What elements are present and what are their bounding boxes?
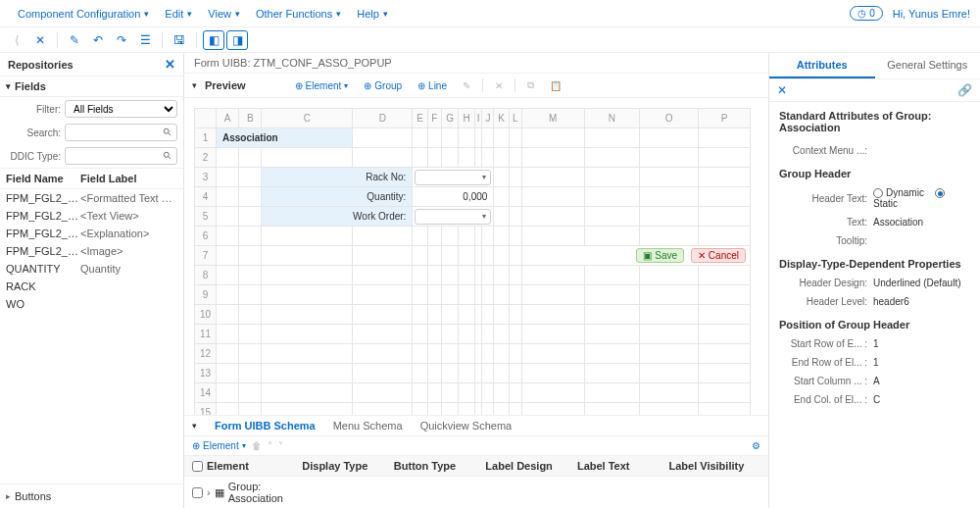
list-item[interactable]: FPM_FGL2_FOR...<Formatted Text View>: [0, 189, 183, 207]
chevron-right-icon[interactable]: ›: [207, 486, 211, 498]
gear-icon[interactable]: ⚙: [752, 440, 760, 451]
wo-label-cell[interactable]: Work Order:: [262, 207, 413, 227]
col-header[interactable]: L: [509, 109, 521, 128]
col-header[interactable]: M: [521, 109, 584, 128]
col-header[interactable]: A: [217, 109, 239, 128]
list-item[interactable]: FPM_FGL2_TEXT...<Text View>: [0, 207, 183, 225]
tab-quickview-schema[interactable]: Quickview Schema: [420, 420, 513, 432]
row-checkbox[interactable]: [192, 487, 203, 498]
chevron-down-icon[interactable]: ▾: [192, 421, 197, 431]
menu-view[interactable]: View▾: [200, 4, 248, 24]
menu-help[interactable]: Help▾: [349, 4, 396, 24]
row-header[interactable]: 2: [195, 148, 217, 168]
save-button[interactable]: ▣Save: [636, 248, 684, 263]
rack-combo[interactable]: ▾: [415, 170, 491, 185]
pos-value[interactable]: 1: [873, 338, 970, 349]
row-header[interactable]: 12: [195, 344, 217, 364]
close-icon[interactable]: ✕: [777, 83, 787, 97]
delete-button[interactable]: ✕: [491, 78, 507, 93]
row-header[interactable]: 9: [195, 285, 217, 305]
pos-value[interactable]: A: [873, 376, 970, 386]
schema-down[interactable]: ˅: [278, 440, 283, 451]
rack-label-cell[interactable]: Rack No:: [262, 168, 413, 187]
radio-dynamic[interactable]: [873, 188, 883, 198]
schema-up[interactable]: ˄: [268, 440, 272, 451]
header-level-value[interactable]: header6: [873, 296, 970, 307]
row-header[interactable]: 11: [195, 325, 217, 344]
list-item[interactable]: WO: [0, 295, 183, 313]
chevron-down-icon[interactable]: ▾: [192, 80, 197, 90]
col-header[interactable]: C: [262, 109, 353, 128]
col-header[interactable]: H: [459, 109, 474, 128]
notification-badge[interactable]: ◷0: [850, 6, 883, 21]
edit-button[interactable]: ✎: [64, 30, 85, 50]
col-header[interactable]: J: [482, 109, 494, 128]
add-group-button[interactable]: ⊕Group: [360, 78, 406, 93]
close-icon[interactable]: ✕: [165, 57, 175, 72]
row-header[interactable]: 6: [195, 227, 217, 246]
qty-value[interactable]: 0,000: [413, 191, 493, 202]
close-button[interactable]: ✕: [29, 30, 51, 50]
row-header[interactable]: 8: [195, 266, 217, 285]
row-header[interactable]: 5: [195, 207, 217, 227]
list-item[interactable]: RACK: [0, 278, 183, 295]
row-header[interactable]: 14: [195, 383, 217, 403]
search-input[interactable]: [65, 124, 177, 141]
menu-edit[interactable]: Edit▾: [157, 4, 200, 24]
radio-static[interactable]: [935, 188, 945, 198]
col-header[interactable]: E: [413, 109, 427, 128]
link-icon[interactable]: 🔗: [957, 83, 972, 97]
toggle-right-panel[interactable]: ◨: [226, 30, 248, 50]
row-header[interactable]: 10: [195, 305, 217, 325]
col-header[interactable]: F: [427, 109, 441, 128]
add-element-button[interactable]: ⊕Element▾: [291, 78, 353, 93]
pos-value[interactable]: C: [873, 394, 970, 405]
user-greeting[interactable]: Hi, Yunus Emre!: [893, 8, 970, 20]
schema-row[interactable]: ›▦Group: Association: [184, 477, 768, 508]
col-header[interactable]: N: [584, 109, 639, 128]
check-button[interactable]: ☰: [134, 30, 156, 50]
save-button[interactable]: 🖫: [169, 30, 190, 50]
filter-select[interactable]: All Fields: [65, 100, 177, 118]
schema-add-element[interactable]: ⊕Element▾: [192, 440, 246, 451]
tab-general-settings[interactable]: General Settings: [875, 53, 981, 78]
menu-other[interactable]: Other Functions▾: [248, 4, 349, 24]
toggle-left-panel[interactable]: ◧: [203, 30, 224, 50]
row-header[interactable]: 15: [195, 403, 217, 416]
list-item[interactable]: FPM_FGL2_EXPL...<Explanation>: [0, 225, 183, 242]
group-header-cell[interactable]: Association: [217, 128, 353, 148]
menu-component-config[interactable]: Component Configuration▾: [10, 4, 157, 24]
list-item[interactable]: QUANTITYQuantity: [0, 260, 183, 278]
select-all-checkbox[interactable]: [192, 461, 203, 472]
row-header[interactable]: 1: [195, 128, 217, 148]
row-header[interactable]: 13: [195, 364, 217, 383]
undo-button[interactable]: ↶: [87, 30, 109, 50]
buttons-section[interactable]: ▸ Buttons: [0, 483, 183, 508]
text-value[interactable]: Association: [873, 217, 970, 228]
back-button[interactable]: ⟨: [6, 30, 27, 50]
col-header[interactable]: K: [494, 109, 509, 128]
col-header[interactable]: D: [353, 109, 413, 128]
qty-label-cell[interactable]: Quantity:: [262, 187, 413, 207]
edit-element-button[interactable]: ✎: [459, 78, 474, 93]
wo-combo[interactable]: ▾: [415, 209, 491, 225]
schema-delete[interactable]: 🗑: [252, 440, 262, 451]
row-header[interactable]: 7: [195, 246, 217, 266]
cancel-button[interactable]: ✕Cancel: [691, 248, 746, 263]
tab-menu-schema[interactable]: Menu Schema: [333, 420, 403, 432]
add-line-button[interactable]: ⊕Line: [414, 78, 451, 93]
col-header[interactable]: P: [699, 109, 751, 128]
row-header[interactable]: 4: [195, 187, 217, 207]
col-header[interactable]: G: [441, 109, 459, 128]
redo-button[interactable]: ↷: [111, 30, 132, 50]
list-item[interactable]: FPM_FGL2_IMAGE<Image>: [0, 242, 183, 260]
pos-value[interactable]: 1: [873, 357, 970, 368]
header-design-value[interactable]: Underlined (Default): [873, 278, 970, 288]
col-header[interactable]: O: [640, 109, 699, 128]
layout-grid[interactable]: ABCDEFGHIJKLMNOP 1 Association 2 3 Rack …: [194, 108, 751, 415]
paste-button[interactable]: 📋: [546, 78, 565, 93]
col-header[interactable]: I: [474, 109, 482, 128]
row-header[interactable]: 3: [195, 168, 217, 187]
tab-attributes[interactable]: Attributes: [769, 53, 875, 78]
fields-section-header[interactable]: ▾ Fields: [0, 76, 183, 97]
